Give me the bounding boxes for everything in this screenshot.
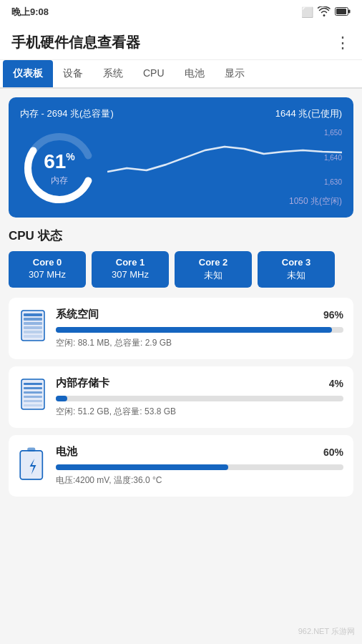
gauge-label: 内存: [44, 175, 75, 187]
app-title: 手机硬件信息查看器: [11, 33, 140, 52]
tab-display[interactable]: 显示: [215, 60, 255, 87]
memory-chart: 1,650 1,640 1,630 1050 兆(空闲): [107, 129, 342, 208]
cpu-cores: Core 0 307 MHz Core 1 307 MHz Core 2 未知 …: [9, 251, 353, 288]
app-header: 手机硬件信息查看器 ⋮: [0, 24, 362, 60]
svg-rect-7: [24, 318, 42, 321]
memory-header: 内存 - 2694 兆(总容量) 1644 兆(已使用): [20, 107, 342, 120]
svg-rect-1: [336, 9, 346, 14]
screen-record-icon: ⬜: [301, 6, 313, 18]
internal-storage-pct: 4%: [329, 378, 343, 389]
svg-rect-14: [24, 387, 42, 389]
system-progress-fill: [56, 327, 332, 333]
tab-bar: 仪表板 设备 系统 CPU 电池 显示: [0, 60, 362, 89]
battery-progress-track: [56, 464, 343, 470]
internal-progress-fill: [56, 396, 67, 401]
storage-card-system: 系统空间 96% 空闲: 88.1 MB, 总容量: 2.9 GB: [9, 298, 353, 359]
storage-card-internal: 内部存储卡 4% 空闲: 51.2 GB, 总容量: 53.8 GB: [9, 366, 353, 428]
system-storage-header: 系统空间 96%: [56, 308, 343, 321]
svg-rect-10: [24, 331, 42, 333]
svg-rect-15: [24, 391, 42, 394]
svg-rect-13: [24, 383, 42, 385]
status-time: 晚上9:08: [11, 6, 49, 19]
svg-rect-9: [24, 326, 42, 329]
system-storage-pct: 96%: [323, 309, 343, 321]
core-badge-0: Core 0 307 MHz: [9, 251, 86, 288]
core-badge-2: Core 2 未知: [175, 251, 252, 288]
core-badge-1: Core 1 307 MHz: [92, 251, 169, 288]
cpu-section-title: CPU 状态: [9, 228, 353, 244]
status-bar: 晚上9:08 ⬜: [0, 0, 362, 24]
tab-battery[interactable]: 电池: [175, 60, 215, 87]
battery-header: 电池 60%: [56, 445, 343, 459]
svg-rect-6: [24, 313, 42, 316]
memory-gauge: 61% 内存: [20, 129, 99, 208]
system-storage-name: 系统空间: [56, 308, 99, 321]
system-storage-icon: [19, 308, 47, 343]
svg-rect-8: [24, 322, 42, 325]
tab-cpu[interactable]: CPU: [133, 60, 175, 87]
svg-rect-20: [27, 448, 35, 452]
battery-icon: [335, 6, 351, 18]
internal-storage-icon: [19, 376, 47, 412]
memory-card: 内存 - 2694 兆(总容量) 1644 兆(已使用) 61% 内存: [9, 97, 353, 218]
internal-storage-name: 内部存储卡: [56, 376, 109, 390]
watermark: 962.NET 乐游网: [298, 626, 355, 637]
tab-device[interactable]: 设备: [53, 60, 93, 87]
menu-button[interactable]: ⋮: [335, 34, 351, 52]
system-storage-info: 系统空间 96% 空闲: 88.1 MB, 总容量: 2.9 GB: [56, 308, 343, 349]
chart-yaxis: 1,650 1,640 1,630: [324, 129, 342, 186]
battery-detail: 电压:4200 mV, 温度:36.0 °C: [56, 474, 343, 487]
memory-title: 内存 - 2694 兆(总容量): [20, 107, 114, 120]
core-badge-3: Core 3 未知: [258, 251, 335, 288]
gauge-center: 61% 内存: [44, 150, 75, 187]
tab-system[interactable]: 系统: [93, 60, 133, 87]
tab-dashboard[interactable]: 仪表板: [3, 60, 53, 87]
battery-card: 电池 60% 电压:4200 mV, 温度:36.0 °C: [9, 435, 353, 497]
battery-pct: 60%: [323, 447, 343, 458]
svg-rect-2: [348, 10, 351, 14]
status-icons: ⬜: [301, 6, 351, 19]
internal-storage-info: 内部存储卡 4% 空闲: 51.2 GB, 总容量: 53.8 GB: [56, 376, 343, 418]
memory-used: 1644 兆(已使用): [275, 107, 342, 120]
internal-progress-track: [56, 396, 343, 401]
battery-progress-fill: [56, 464, 228, 470]
gauge-percent: 61%: [44, 150, 75, 173]
system-progress-track: [56, 327, 343, 333]
memory-free: 1050 兆(空闲): [107, 195, 342, 208]
battery-info: 电池 60% 电压:4200 mV, 温度:36.0 °C: [56, 445, 343, 487]
internal-storage-header: 内部存储卡 4%: [56, 376, 343, 390]
system-storage-detail: 空闲: 88.1 MB, 总容量: 2.9 GB: [56, 337, 343, 349]
svg-rect-16: [24, 396, 42, 398]
main-content: 内存 - 2694 兆(总容量) 1644 兆(已使用) 61% 内存: [0, 89, 362, 512]
svg-rect-18: [24, 404, 42, 406]
internal-storage-detail: 空闲: 51.2 GB, 总容量: 53.8 GB: [56, 406, 343, 418]
svg-rect-11: [24, 335, 42, 338]
svg-rect-17: [24, 400, 42, 402]
memory-body: 61% 内存 1,650 1,640 1,630 1050 兆(空闲): [20, 129, 342, 208]
battery-name: 电池: [56, 445, 77, 459]
battery-card-icon: [19, 445, 47, 481]
wifi-icon: [318, 6, 331, 19]
